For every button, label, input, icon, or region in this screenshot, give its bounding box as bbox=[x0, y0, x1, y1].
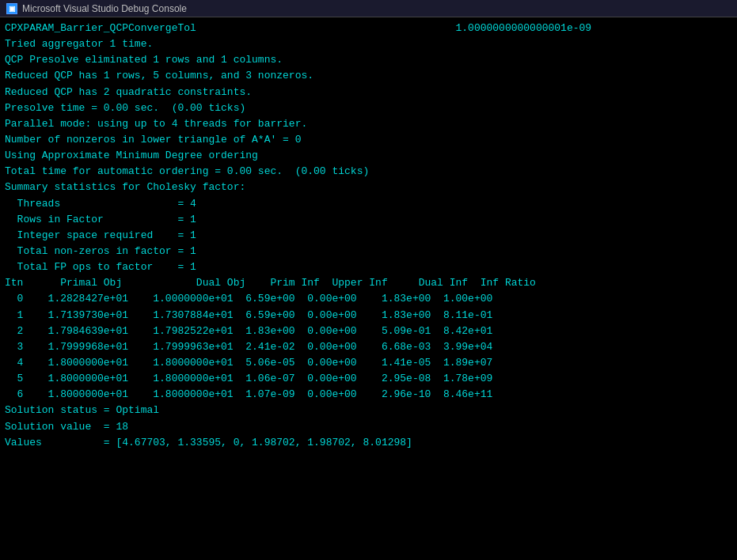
param-name: CPXPARAM_Barrier_QCPConvergeTol bbox=[5, 22, 196, 34]
window-title: Microsoft Visual Studio Debug Console bbox=[22, 3, 187, 14]
console-line: Total time for automatic ordering = 0.00… bbox=[5, 164, 732, 180]
console-line: QCP Presolve eliminated 1 rows and 1 col… bbox=[5, 52, 732, 68]
console-line: Values = [4.67703, 1.33595, 0, 1.98702, … bbox=[5, 435, 732, 451]
console-line: Total non-zeros in factor = 1 bbox=[5, 244, 732, 259]
console-line: Number of nonzeros in lower triangle of … bbox=[5, 132, 732, 148]
console-line: Threads = 4 bbox=[5, 196, 732, 212]
console-line: CPXPARAM_Barrier_QCPConvergeTol 1.000000… bbox=[5, 21, 732, 36]
console-line: Total FP ops to factor = 1 bbox=[5, 259, 732, 275]
console-line: Reduced QCP has 1 rows, 5 columns, and 3… bbox=[5, 68, 732, 84]
console-output: CPXPARAM_Barrier_QCPConvergeTol 1.000000… bbox=[0, 17, 737, 560]
console-line: Using Approximate Minimum Degree orderin… bbox=[5, 148, 732, 164]
console-line: Itn Primal Obj Dual Obj Prim Inf Upper I… bbox=[5, 275, 732, 291]
console-line: Presolve time = 0.00 sec. (0.00 ticks) bbox=[5, 100, 732, 116]
console-line: 3 1.7999968e+01 1.7999963e+01 2.41e-02 0… bbox=[5, 339, 732, 355]
console-line: 1 1.7139730e+01 1.7307884e+01 6.59e+00 0… bbox=[5, 308, 732, 324]
console-line: Parallel mode: using up to 4 threads for… bbox=[5, 116, 732, 132]
console-line: Rows in Factor = 1 bbox=[5, 212, 732, 228]
console-line: Reduced QCP has 2 quadratic constraints. bbox=[5, 85, 732, 100]
console-line: Tried aggregator 1 time. bbox=[5, 36, 732, 52]
console-line: 5 1.8000000e+01 1.8000000e+01 1.06e-07 0… bbox=[5, 371, 732, 387]
console-line: 6 1.8000000e+01 1.8000000e+01 1.07e-09 0… bbox=[5, 387, 732, 403]
app-icon: ▣ bbox=[6, 3, 17, 14]
console-line: Solution status = Optimal bbox=[5, 403, 732, 418]
console-line: Solution value = 18 bbox=[5, 419, 732, 435]
title-bar: ▣ Microsoft Visual Studio Debug Console bbox=[0, 0, 737, 17]
console-line: 0 1.2828427e+01 1.0000000e+01 6.59e+00 0… bbox=[5, 291, 732, 307]
console-line: 4 1.8000000e+01 1.8000000e+01 5.06e-05 0… bbox=[5, 355, 732, 371]
console-line: Summary statistics for Cholesky factor: bbox=[5, 180, 732, 195]
param-value: 1.0000000000000001e-09 bbox=[456, 22, 592, 34]
console-line: Integer space required = 1 bbox=[5, 228, 732, 244]
console-line: 2 1.7984639e+01 1.7982522e+01 1.83e+00 0… bbox=[5, 324, 732, 339]
